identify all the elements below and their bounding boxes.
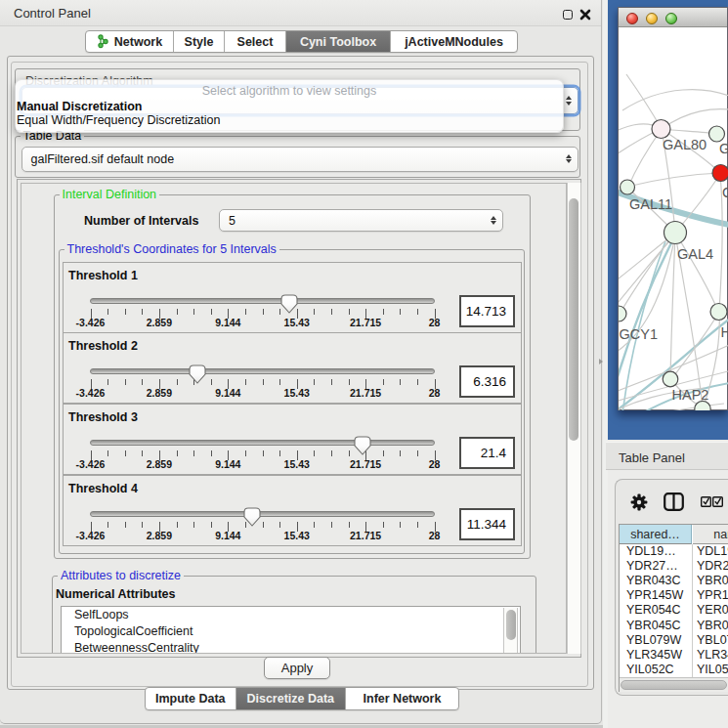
- tab-network[interactable]: Network: [86, 31, 174, 52]
- close-traffic-light-icon[interactable]: [626, 13, 638, 24]
- table-panel-region: Table Panel: [608, 440, 728, 728]
- attribute-list-item[interactable]: SelfLoops: [62, 607, 520, 623]
- slider-minor-tick: [142, 309, 143, 315]
- table-row[interactable]: YPR145WYPR145W: [620, 588, 728, 603]
- gear-icon[interactable]: [630, 493, 648, 511]
- screenshot-root: { "window": { "title": "Control Panel" }…: [0, 0, 728, 728]
- slider-minor-tick: [400, 522, 401, 528]
- slider-tick-label: 21.715: [350, 317, 381, 328]
- network-edge[interactable]: [622, 90, 728, 110]
- slider-minor-tick: [263, 309, 264, 315]
- bottom-tab-bar: Impute DataDiscretize DataInfer Network: [145, 687, 459, 710]
- float-window-icon[interactable]: [563, 10, 573, 20]
- bottom-tab-impute-data[interactable]: Impute Data: [146, 688, 236, 709]
- tab-jactivemnodules[interactable]: jActiveMNodules: [391, 31, 517, 52]
- horizontal-scrollbar-thumb[interactable]: [621, 680, 727, 690]
- network-edge[interactable]: [619, 236, 674, 323]
- network-node-gal80[interactable]: [652, 120, 670, 139]
- thresholds-group-title: Threshold's Coordinates for 5 Intervals: [64, 242, 279, 257]
- table-row[interactable]: YBR043CYBR043C: [620, 574, 728, 588]
- thresholds-group: Threshold's Coordinates for 5 Intervals …: [59, 249, 525, 554]
- column-header-name[interactable]: name: [693, 525, 728, 544]
- slider-tick-label: 9.144: [215, 317, 240, 328]
- table-row[interactable]: YBL079WYBL079W: [620, 633, 728, 648]
- slider-minor-tick: [314, 309, 315, 315]
- bottom-tab-infer-network[interactable]: Infer Network: [346, 688, 458, 709]
- slider-minor-tick: [142, 450, 143, 456]
- slider-track[interactable]: [90, 298, 435, 304]
- network-node-gcy1[interactable]: [619, 306, 626, 321]
- slider-thumb[interactable]: [354, 436, 371, 455]
- threshold-block-4: Threshold 4-3.4262.8599.14415.4321.71528…: [63, 475, 522, 546]
- network-node-h[interactable]: [710, 304, 727, 321]
- table-row[interactable]: YER054CYER054C: [620, 603, 728, 618]
- numerical-attributes-list[interactable]: SelfLoopsTopologicalCoefficientBetweenne…: [61, 606, 521, 654]
- threshold-value-field[interactable]: 6.316: [459, 365, 515, 398]
- network-edge[interactable]: [619, 236, 675, 390]
- slider-minor-tick: [314, 522, 315, 528]
- network-node-gal11[interactable]: [621, 180, 635, 194]
- threshold-value-field[interactable]: 14.713: [459, 295, 515, 327]
- slider-minor-tick: [177, 309, 178, 315]
- tab-select[interactable]: Select: [225, 31, 286, 52]
- table-row[interactable]: YDL19…YDL194W: [620, 544, 728, 559]
- table-row[interactable]: YBR045CYBR045C: [620, 619, 728, 633]
- network-node-ga[interactable]: [709, 126, 725, 142]
- tab-cyni-toolbox[interactable]: Cyni Toolbox: [286, 31, 391, 52]
- slider-tick-label: 2.859: [147, 317, 172, 328]
- algorithm-option-1[interactable]: Manual Discretization: [17, 100, 143, 113]
- attributes-group-title: Attributes to discretize: [58, 569, 184, 583]
- table-row[interactable]: YIL052CYIL052C: [620, 663, 728, 677]
- slider-minor-tick: [142, 379, 143, 385]
- apply-button[interactable]: Apply: [264, 657, 330, 679]
- threshold-value-field[interactable]: 21.4: [459, 437, 515, 469]
- cell-shared-name: YBL079W: [626, 633, 691, 647]
- attributes-list-scrollbar[interactable]: [503, 608, 518, 654]
- select-columns-checkboxes-icon[interactable]: [701, 496, 724, 507]
- network-tab-icon: [97, 34, 109, 49]
- close-icon[interactable]: [579, 9, 591, 21]
- table-row[interactable]: YLR345WYLR345W: [620, 648, 728, 663]
- main-scrollbar-thumb[interactable]: [569, 198, 578, 441]
- network-canvas[interactable]: GAL80GACGAL11GAL4HGCY1HAP2: [619, 27, 728, 410]
- bottom-tab-discretize-data[interactable]: Discretize Data: [236, 688, 347, 709]
- splitter-collapse-arrow-icon[interactable]: [599, 359, 603, 364]
- network-node-label: GAL11: [629, 196, 672, 212]
- network-edge[interactable]: [627, 173, 720, 187]
- table-row[interactable]: YDR27…YDR277C: [620, 559, 728, 574]
- slider-thumb[interactable]: [243, 507, 261, 527]
- node-table: shared… name YDL19…YDL194WYDR27…YDR277CY…: [619, 524, 728, 692]
- network-node-hap2[interactable]: [663, 371, 678, 387]
- tab-style[interactable]: Style: [174, 31, 225, 52]
- attribute-list-item[interactable]: TopologicalCoefficient: [62, 623, 520, 640]
- network-node-c[interactable]: [712, 165, 728, 182]
- tab-label: Select: [237, 35, 274, 49]
- columns-icon[interactable]: [664, 492, 684, 511]
- cell-name: YLR345W: [697, 648, 728, 662]
- network-node-gal4[interactable]: [664, 222, 687, 244]
- cell-shared-name: YDL19…: [626, 544, 691, 558]
- minimize-traffic-light-icon[interactable]: [646, 13, 658, 24]
- table-data-group: Table Data galFiltered.sif default node: [15, 136, 580, 178]
- slider-track[interactable]: [90, 440, 435, 446]
- attributes-scrollbar-thumb[interactable]: [506, 610, 516, 640]
- numerical-attributes-label: Numerical Attributes: [56, 587, 175, 601]
- algorithm-option-2[interactable]: Equal Width/Frequency Discretization: [17, 113, 220, 127]
- slider-minor-tick: [107, 450, 108, 456]
- slider-thumb[interactable]: [189, 364, 206, 384]
- control-panel-window: Control Panel NetworkStyleSelectCyni Too…: [0, 0, 602, 724]
- column-header-shared-name[interactable]: shared…: [620, 525, 692, 544]
- number-of-intervals-combobox[interactable]: 5: [219, 209, 503, 232]
- slider-thumb[interactable]: [280, 294, 298, 314]
- slider-tick-label: 15.43: [284, 387, 310, 399]
- cell-shared-name: YBR043C: [626, 574, 691, 587]
- attribute-list-item[interactable]: BetweennessCentrality: [62, 640, 520, 654]
- slider-track[interactable]: [90, 511, 435, 517]
- table-horizontal-scrollbar[interactable]: [620, 677, 728, 692]
- main-scrollbar[interactable]: [567, 183, 581, 654]
- threshold-value-field[interactable]: 11.344: [459, 508, 515, 540]
- table-data-combobox[interactable]: galFiltered.sif default node: [21, 147, 578, 172]
- zoom-traffic-light-icon[interactable]: [665, 13, 677, 24]
- slider-track[interactable]: [90, 368, 435, 374]
- slider-tick-label: 28: [429, 387, 441, 399]
